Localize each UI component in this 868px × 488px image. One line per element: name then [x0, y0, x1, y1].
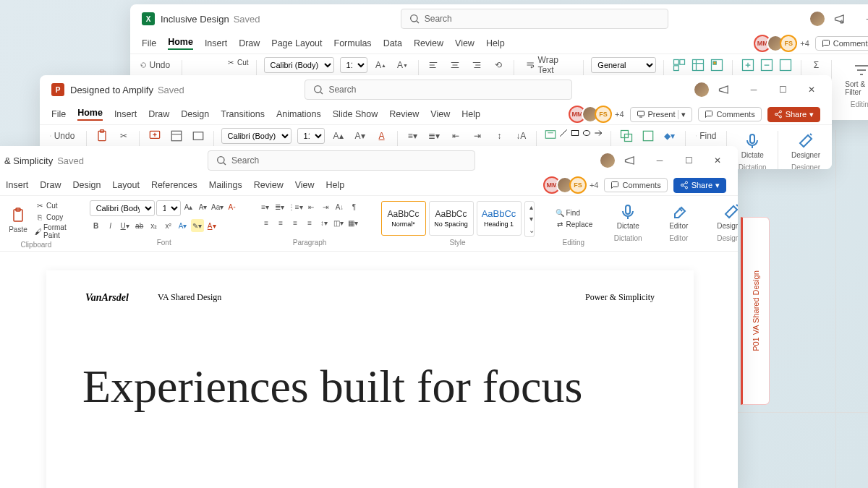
tab-formulas[interactable]: Formulas [334, 38, 372, 48]
font-name-select[interactable]: Calibri (Body) [264, 57, 334, 73]
excel-presence[interactable]: MM FS +4 [758, 35, 809, 52]
styles-scroll-up[interactable]: ▴ [525, 202, 538, 213]
highlight-button[interactable]: ✎▾ [191, 219, 204, 232]
megaphone-icon[interactable] [624, 153, 638, 168]
tab-review[interactable]: Review [389, 109, 419, 119]
line-spacing-button[interactable]: ↕ [491, 128, 507, 144]
shading-button[interactable]: ◫▾ [332, 216, 345, 229]
increase-indent-button[interactable]: ⇥ [319, 200, 332, 213]
tab-home[interactable]: Home [168, 37, 193, 50]
tab-help[interactable]: Help [486, 38, 505, 48]
tab-insert[interactable]: Insert [205, 38, 227, 48]
tab-insert[interactable]: Insert [6, 180, 28, 190]
quick-styles-button[interactable] [640, 128, 656, 144]
new-slide-button[interactable] [147, 128, 163, 144]
slide-thumbnail-tab[interactable]: P01 VA Shared Design [741, 217, 770, 405]
decrease-font-button[interactable]: A▼ [395, 57, 411, 73]
tab-draw[interactable]: Draw [40, 180, 61, 190]
decrease-indent-button[interactable]: ⇤ [448, 128, 464, 144]
styles-gallery[interactable]: AaBbCc Normal* AaBbCc No Spacing AaBbCc … [381, 201, 535, 237]
undo-button[interactable]: Undo [136, 57, 174, 73]
designer-button[interactable]: Designer [714, 200, 738, 233]
tab-file[interactable]: File [142, 38, 156, 48]
tab-file[interactable]: File [51, 109, 66, 119]
undo-button[interactable]: Undo [46, 128, 79, 144]
tab-home[interactable]: Home [77, 108, 103, 121]
layout-button[interactable] [169, 128, 184, 144]
strikethrough-button[interactable]: ab [133, 219, 146, 232]
share-button[interactable]: Share ▾ [673, 178, 726, 193]
align-left-button[interactable] [425, 57, 441, 73]
italic-button[interactable]: I [104, 219, 117, 232]
cut-button[interactable]: ✂Cut [226, 57, 249, 67]
bullets-button[interactable]: ≡▾ [259, 200, 272, 213]
tab-view[interactable]: View [455, 38, 475, 48]
megaphone-icon[interactable] [718, 82, 732, 97]
decrease-font-button[interactable]: A▾ [197, 200, 210, 213]
font-size-select[interactable]: 11 [156, 200, 181, 216]
numbering-button[interactable]: ≣▾ [426, 128, 442, 144]
change-case-button[interactable]: Aa▾ [211, 200, 224, 213]
word-presence[interactable]: MM FS +4 [548, 176, 599, 194]
tab-design[interactable]: Design [72, 180, 101, 190]
tab-help[interactable]: Help [326, 180, 345, 190]
tab-page-layout[interactable]: Page Layout [271, 38, 322, 48]
tab-draw[interactable]: Draw [148, 109, 169, 119]
share-button[interactable]: Share ▾ [767, 107, 820, 122]
excel-search[interactable]: Search [401, 9, 668, 29]
clear-format-button[interactable]: A◦ [226, 200, 239, 213]
tab-animations[interactable]: Animations [276, 109, 321, 119]
bullets-button[interactable]: ≡▾ [404, 128, 420, 144]
sort-button[interactable]: A↓ [333, 200, 346, 213]
designer-button[interactable]: Designer [788, 129, 823, 162]
align-right-button[interactable] [469, 57, 485, 73]
cell-styles-button[interactable] [709, 57, 725, 73]
paste-button[interactable]: Paste [3, 204, 33, 236]
minimize-button[interactable]: ─ [855, 7, 868, 30]
tab-draw[interactable]: Draw [239, 38, 260, 48]
close-button[interactable]: ✕ [703, 149, 732, 172]
close-button[interactable]: ✕ [797, 78, 826, 101]
sort-filter-button[interactable]: Sort & Filter [842, 59, 868, 99]
align-right-button[interactable]: ≡ [289, 216, 302, 229]
dictate-button[interactable]: Dictate [737, 129, 767, 162]
format-table-button[interactable] [690, 57, 706, 73]
tab-review[interactable]: Review [254, 180, 284, 190]
tab-references[interactable]: References [151, 180, 197, 190]
increase-font-button[interactable]: A▲ [373, 57, 389, 73]
paste-button[interactable] [94, 128, 110, 144]
font-size-select[interactable]: 11 [297, 128, 325, 144]
comments-button[interactable]: Comments [698, 107, 761, 121]
superscript-button[interactable]: x² [162, 219, 175, 232]
font-size-select[interactable]: 11 [340, 57, 367, 73]
dictate-button[interactable]: Dictate [613, 200, 643, 233]
number-format-select[interactable]: General [591, 57, 655, 73]
text-effects-button[interactable]: A▾ [176, 219, 190, 232]
tab-review[interactable]: Review [414, 38, 443, 48]
numbering-button[interactable]: ≣▾ [273, 200, 286, 213]
align-left-button[interactable]: ≡ [260, 216, 273, 229]
tab-insert[interactable]: Insert [114, 109, 137, 119]
user-avatar[interactable] [599, 152, 616, 169]
section-button[interactable] [190, 128, 206, 144]
style-normal[interactable]: AaBbCc Normal* [381, 201, 426, 236]
user-avatar[interactable] [693, 81, 710, 98]
styles-scroll-down[interactable]: ▾ [525, 213, 538, 225]
align-center-button[interactable]: ≡ [274, 216, 287, 229]
find-button[interactable]: Find [693, 128, 720, 144]
align-center-button[interactable] [447, 57, 463, 73]
style-no-spacing[interactable]: AaBbCc No Spacing [429, 201, 474, 236]
present-button[interactable]: Present ▾ [630, 107, 693, 122]
minimize-button[interactable]: ─ [645, 149, 674, 172]
word-search[interactable]: Search [208, 150, 475, 171]
user-avatar[interactable] [809, 10, 826, 27]
comments-button[interactable]: Comments [604, 178, 667, 192]
tab-slide-show[interactable]: Slide Show [333, 109, 378, 119]
tab-layout[interactable]: Layout [112, 180, 140, 190]
conditional-format-button[interactable] [671, 57, 687, 73]
tab-mailings[interactable]: Mailings [209, 180, 242, 190]
font-color-button[interactable]: A [374, 128, 390, 144]
cut-button[interactable]: ✂Cut [35, 200, 69, 210]
decrease-indent-button[interactable]: ⇤ [305, 200, 318, 213]
ppt-search[interactable]: Search [305, 80, 572, 100]
